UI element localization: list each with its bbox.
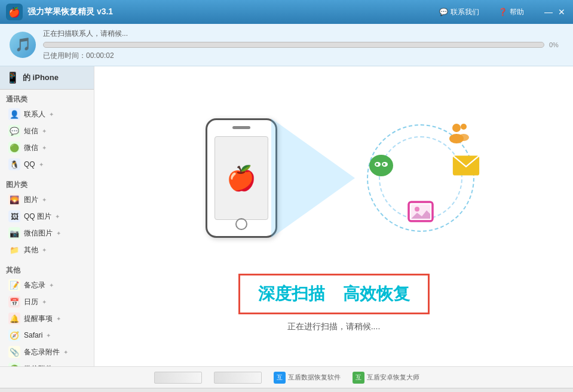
- sidebar-section-communication: 通讯类 👤 联系人 ✦ 💬 短信 ✦ 🟢 微信 ✦ 🐧 QQ ✦: [0, 90, 94, 175]
- scan-time: 已使用时间：00:00:02: [43, 51, 563, 61]
- titlebar: 🍎 强力苹果恢复精灵 v3.1 💬 联系我们 ❓ 帮助 — ✕: [0, 0, 573, 24]
- other-photos-icon: 📁: [8, 244, 20, 256]
- device-header: 📱 的 iPhone: [0, 66, 94, 90]
- sidebar-item-wechat-attachments[interactable]: 🟢 微信附件 ✦: [0, 360, 94, 366]
- contact-icon: 💬: [439, 8, 448, 16]
- other-photos-sparkle: ✦: [42, 247, 47, 253]
- floating-mail-icon: [452, 151, 480, 180]
- help-button[interactable]: ❓ 帮助: [494, 5, 529, 20]
- photos-sparkle: ✦: [42, 197, 47, 203]
- sidebar-item-contacts[interactable]: 👤 联系人 ✦: [0, 106, 94, 122]
- contact-us-button[interactable]: 💬 联系我们: [434, 5, 484, 20]
- scan-beam: [271, 118, 355, 238]
- sidebar-item-notes-attachments[interactable]: 📎 备忘录附件 ✦: [0, 344, 94, 360]
- sidebar-item-reminders[interactable]: 🔔 提醒事项 ✦: [0, 310, 94, 327]
- apple-logo-icon: 🍎: [226, 164, 256, 192]
- sms-label: 短信: [24, 126, 38, 136]
- photos-label: 图片: [24, 195, 38, 205]
- qq-photos-icon: 🖼: [8, 210, 20, 222]
- sidebar-item-other-photos[interactable]: 📁 其他 ✦: [0, 241, 94, 258]
- wechat-attachments-label: 微信附件: [24, 364, 53, 367]
- sidebar-item-photos[interactable]: 🌄 图片 ✦: [0, 191, 94, 208]
- floating-photo-icon: [406, 197, 435, 226]
- scan-info: 正在扫描联系人，请稍候... 0% 已使用时间：00:00:02: [43, 29, 563, 61]
- category-other: 其他: [0, 263, 94, 277]
- notes-sparkle: ✦: [49, 282, 54, 289]
- sidebar-item-notes[interactable]: 📝 备忘录 ✦: [0, 277, 94, 293]
- notes-attachments-sparkle: ✦: [63, 349, 68, 356]
- category-communication: 通讯类: [0, 92, 94, 106]
- deep-scan-label: 深度扫描: [258, 283, 325, 305]
- link-android-recovery[interactable]: 互 互盾安卓恢复大师: [353, 372, 419, 384]
- contacts-label: 联系人: [24, 109, 45, 120]
- svg-point-3: [458, 134, 469, 141]
- svg-point-0: [452, 124, 461, 132]
- reminders-label: 提醒事项: [24, 314, 53, 324]
- main-container: 📱 的 iPhone 通讯类 👤 联系人 ✦ 💬 短信 ✦ 🟢 微信 ✦ 🐧: [0, 66, 573, 366]
- scan-floating-icons: [361, 118, 480, 238]
- photos-icon: 🌄: [8, 194, 20, 206]
- sidebar-item-wechat[interactable]: 🟢 微信 ✦: [0, 139, 94, 156]
- phone-illustration: 🍎: [206, 118, 277, 238]
- sidebar-item-wechat-photos[interactable]: 📷 微信图片 ✦: [0, 225, 94, 241]
- calendar-sparkle: ✦: [42, 299, 47, 305]
- floating-contacts-icon: [446, 118, 474, 147]
- close-button[interactable]: ✕: [556, 7, 567, 17]
- wechat-label: 微信: [24, 143, 38, 153]
- bottom-links-bar: 互 互盾数据恢复软件 互 互盾安卓恢复大师: [0, 366, 573, 388]
- wechat-photos-icon: 📷: [8, 227, 20, 239]
- reminders-sparkle: ✦: [56, 316, 61, 322]
- app-icon: 🍎: [6, 4, 23, 20]
- sidebar-item-safari[interactable]: 🧭 Safari ✦: [0, 327, 94, 344]
- app-title: 强力苹果恢复精灵 v3.1: [27, 7, 113, 17]
- efficient-restore-label: 高效恢复: [343, 283, 410, 305]
- device-icon: 📱: [6, 71, 19, 84]
- qq-icon: 🐧: [8, 158, 20, 170]
- data-recovery-label: 互盾数据恢复软件: [288, 373, 341, 382]
- qq-photos-sparkle: ✦: [55, 213, 60, 220]
- svg-point-1: [461, 124, 467, 130]
- qq-label: QQ: [24, 160, 35, 169]
- promo-image-1: [154, 372, 202, 384]
- reminders-icon: 🔔: [8, 313, 20, 324]
- floating-wechat-icon: [367, 151, 396, 180]
- scan-music-icon: 🎵: [10, 32, 36, 58]
- data-recovery-icon: 互: [274, 372, 286, 384]
- qq-photos-label: QQ 图片: [24, 212, 51, 222]
- sms-sparkle: ✦: [42, 128, 47, 134]
- sidebar-section-other: 其他 📝 备忘录 ✦ 📅 日历 ✦ 🔔 提醒事项 ✦ 🧭 Safari ✦: [0, 261, 94, 366]
- progress-percent: 0%: [549, 41, 563, 48]
- minimize-button[interactable]: —: [543, 7, 554, 17]
- sidebar-item-calendar[interactable]: 📅 日历 ✦: [0, 293, 94, 310]
- window-controls: — ✕: [543, 7, 567, 17]
- svg-point-8: [383, 163, 385, 166]
- titlebar-left: 🍎 强力苹果恢复精灵 v3.1: [6, 4, 113, 20]
- calendar-label: 日历: [24, 297, 38, 307]
- action-bar: 返回主界面 导出选中记录 导出全部记录: [0, 388, 573, 392]
- contacts-sparkle: ✦: [49, 111, 54, 118]
- content-area: 🍎: [94, 66, 573, 366]
- wechat-photos-sparkle: ✦: [56, 230, 61, 237]
- wechat-attachments-sparkle: ✦: [56, 366, 61, 367]
- sidebar-item-qq-photos[interactable]: 🖼 QQ 图片 ✦: [0, 208, 94, 225]
- notes-attachments-icon: 📎: [8, 346, 20, 358]
- scan-status-text: 正在扫描联系人，请稍候...: [43, 29, 563, 39]
- safari-icon: 🧭: [8, 329, 20, 341]
- phone-speaker: [232, 126, 250, 129]
- sidebar-section-images: 图片类 🌄 图片 ✦ 🖼 QQ 图片 ✦ 📷 微信图片 ✦ 📁 其他 ✦: [0, 175, 94, 261]
- link-data-recovery[interactable]: 互 互盾数据恢复软件: [274, 372, 341, 384]
- wechat-sparkle: ✦: [42, 145, 47, 151]
- progress-track: [43, 42, 544, 48]
- sidebar-item-sms[interactable]: 💬 短信 ✦: [0, 122, 94, 139]
- svg-point-7: [376, 163, 378, 166]
- promo-image-2: [214, 372, 262, 384]
- progress-row: 0%: [43, 41, 563, 48]
- scan-status-bar: 🎵 正在扫描联系人，请稍候... 0% 已使用时间：00:00:02: [0, 24, 573, 66]
- beam-triangle: [271, 118, 355, 238]
- notes-attachments-label: 备忘录附件: [24, 347, 60, 357]
- scan-progress-text: 正在进行扫描，请稍候....: [287, 321, 381, 332]
- safari-sparkle: ✦: [46, 332, 51, 339]
- wechat-photos-label: 微信图片: [24, 228, 53, 238]
- sms-icon: 💬: [8, 125, 20, 137]
- sidebar-item-qq[interactable]: 🐧 QQ ✦: [0, 156, 94, 173]
